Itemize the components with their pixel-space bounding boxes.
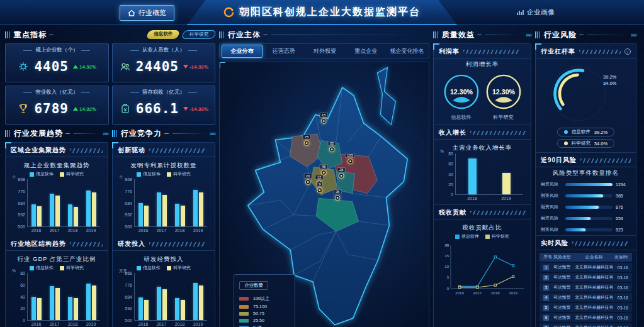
section-bars-icon bbox=[5, 31, 11, 38]
quality-title: 质量效益 bbox=[442, 30, 482, 40]
more-arrows-icon[interactable] bbox=[631, 31, 636, 38]
map-legend-item-2: 50-75 bbox=[239, 311, 290, 316]
map-marker-36[interactable]: 36 bbox=[334, 189, 342, 201]
table-row[interactable]: 6司法预警北京启科卓越科技有限公司03-16 bbox=[539, 313, 632, 322]
map-exclave[interactable] bbox=[377, 67, 395, 125]
kpi-card-enterprises[interactable]: 规上企业数（个） 4405 14.32% bbox=[5, 43, 109, 82]
title-banner: 朝阳区科创规上企业大数据监测平台 bbox=[187, 0, 458, 25]
tab-3[interactable]: 重点企业 bbox=[346, 45, 386, 57]
map-pin-icon bbox=[339, 173, 344, 179]
profit-gauges: 利润增长率12.30%信息软件12.30%科学研究 bbox=[434, 60, 531, 125]
subsection-title: 行业地区结构趋势 bbox=[11, 240, 66, 248]
revenue-growth-section: 收入增长 主营业务收入增长率%80604020020182019 bbox=[434, 125, 531, 204]
rank-row-3[interactable]: 融资风险653 bbox=[536, 213, 636, 224]
map-marker-35[interactable]: 35 bbox=[328, 141, 336, 152]
map-marker-105[interactable]: 105 bbox=[345, 153, 355, 164]
rank-row-2[interactable]: 融资风险876 bbox=[536, 201, 636, 213]
leverage-section: 行业杠杆率 i 39.2%34.0%信息软件39.2%科学研究34.0% bbox=[536, 44, 636, 152]
table-row[interactable]: 7司法预警北京启科卓越科技有限公司03-16 bbox=[539, 323, 632, 327]
tab-2[interactable]: 对外投资 bbox=[305, 45, 344, 57]
kpi-delta: -14.32% bbox=[183, 106, 208, 112]
map-marker-20[interactable]: 20 bbox=[304, 174, 312, 185]
bar-group-2017 bbox=[50, 179, 60, 226]
rank-row-1[interactable]: 融资风险988 bbox=[536, 190, 636, 201]
risk-header: 行业风险 bbox=[535, 29, 636, 40]
dashboard: 行业概览 朝阳区科创规上企业大数据监测平台 企业画像 重点指标 信息软件科学研究… bbox=[0, 0, 644, 327]
tax-icon bbox=[119, 103, 132, 115]
nav-industry-overview[interactable]: 行业概览 bbox=[120, 5, 174, 21]
badge-1[interactable]: 科学研究 bbox=[181, 30, 217, 39]
gauge-0[interactable]: 12.30%信息软件 bbox=[442, 72, 481, 121]
svg-text:5: 5 bbox=[447, 275, 449, 279]
rank-row-0[interactable]: 融资风险1234 bbox=[536, 179, 636, 190]
bar-chart-icon bbox=[516, 9, 524, 16]
bar-group-2016 bbox=[138, 273, 149, 320]
rank-row-4[interactable]: 融资风险523 bbox=[536, 224, 636, 235]
industry-main-header: 行业主体 bbox=[219, 29, 429, 40]
competitiveness-panel: 创新驱动 发明专利累计授权数量信息软件科学研究个8687766845925002… bbox=[112, 142, 215, 327]
table-row[interactable]: 3司法预警北京启科卓越科技有限公司03-16 bbox=[539, 283, 632, 292]
map-marker-75[interactable]: 75 bbox=[303, 135, 311, 146]
map-marker-15[interactable]: 15 bbox=[320, 113, 328, 124]
home-icon bbox=[128, 9, 135, 17]
map-marker-48[interactable]: 48 bbox=[320, 164, 328, 175]
chart-patents: 发明专利累计授权数量信息软件科学研究个868776684592500201620… bbox=[113, 157, 215, 236]
more-arrows-icon[interactable] bbox=[103, 130, 108, 137]
info-icon[interactable]: i bbox=[624, 48, 631, 55]
page-title: 朝阳区科创规上企业大数据监测平台 bbox=[239, 6, 421, 19]
risk-title: 行业风险 bbox=[544, 30, 584, 40]
subsection-title: 行业杠杆率 bbox=[541, 47, 575, 56]
badge-0[interactable]: 信息软件 bbox=[146, 30, 181, 39]
svg-text:34.0%: 34.0% bbox=[603, 80, 617, 86]
industry-trend-panel: 区域企业集聚趋势 规上企业数量集聚趋势信息软件科学研究个868776684592… bbox=[5, 142, 108, 327]
bar-group-2017 bbox=[157, 273, 167, 320]
tax-contribution-section: 税收贡献 税收贡献占比信息软件科学研究%20151050201620172018… bbox=[434, 204, 531, 300]
tab-0[interactable]: 企业分布 bbox=[222, 45, 263, 58]
svg-text:20: 20 bbox=[444, 243, 449, 247]
bar-group-2019 bbox=[193, 273, 203, 320]
bar-group-2016 bbox=[31, 273, 42, 320]
bar-group-2018 bbox=[68, 273, 78, 320]
tab-4[interactable]: 规企变化排名 bbox=[387, 45, 427, 57]
dashboard-body: 重点指标 信息软件科学研究 规上企业数（个） 4405 14.32% 从业人员数… bbox=[0, 25, 644, 327]
table-row[interactable]: 2司法预警北京启科卓越科技有限公司03-16 bbox=[539, 273, 632, 282]
section-bars-icon bbox=[433, 31, 439, 38]
map-marker-28[interactable]: 28 bbox=[337, 167, 346, 179]
chart-agglomeration: 规上企业数量集聚趋势信息软件科学研究个868776684592500201620… bbox=[6, 157, 108, 236]
nav-enterprise-portrait[interactable]: 企业画像 bbox=[509, 5, 562, 19]
table-row[interactable]: 5司法预警北京启科卓越科技有限公司03-16 bbox=[539, 303, 632, 312]
kpi-label: 留存税收（亿元） bbox=[116, 89, 212, 96]
kpi-card-tax[interactable]: 留存税收（亿元） 666.1 -14.32% bbox=[112, 86, 216, 125]
tab-1[interactable]: 运营态势 bbox=[264, 45, 303, 57]
subsection-title: 利润率 bbox=[439, 47, 460, 56]
bar-group-2016 bbox=[31, 179, 42, 226]
kpi-card-revenue[interactable]: 营业收入（亿元） 6789 14.32% bbox=[5, 86, 109, 125]
competitiveness-column: 行业竞争力 创新驱动 发明专利累计授权数量信息软件科学研究个8687766845… bbox=[112, 128, 215, 327]
svg-text:10: 10 bbox=[444, 264, 449, 269]
kpi-label: 营业收入（亿元） bbox=[9, 89, 105, 96]
map-marker-9[interactable]: 9 bbox=[317, 182, 322, 193]
kpi-cards: 规上企业数（个） 4405 14.32% 从业人员数（人） 24405 -14.… bbox=[5, 43, 215, 125]
subsection-title: 实时风险 bbox=[541, 239, 568, 248]
section-bars-icon bbox=[5, 130, 11, 137]
kpi-delta: 14.32% bbox=[73, 64, 96, 70]
bar-group-2019 bbox=[502, 153, 511, 194]
svg-text:2018: 2018 bbox=[491, 291, 500, 295]
more-arrows-icon[interactable] bbox=[210, 130, 215, 137]
donut-legend-0[interactable]: 信息软件39.2% bbox=[557, 128, 614, 136]
table-row[interactable]: 4司法预警北京启科卓越科技有限公司03-16 bbox=[539, 293, 632, 302]
subsection-header: 研发投入 bbox=[113, 236, 215, 251]
gauge-1[interactable]: 12.30%科学研究 bbox=[484, 72, 523, 121]
risk-column: 行业风险 行业杠杆率 i 39.2%34.0%信息软件39.2%科学研究34.0… bbox=[535, 29, 636, 327]
more-arrows-icon[interactable] bbox=[526, 31, 531, 38]
kpi-value: 666.1 bbox=[136, 101, 179, 116]
kpi-value: 4405 bbox=[34, 59, 69, 74]
kpi-card-employees[interactable]: 从业人员数（人） 24405 -14.32% bbox=[112, 43, 216, 82]
risk-90d-section: 近90日风险 风险类型事件数量排名融资风险1234融资风险988融资风险876融… bbox=[536, 152, 636, 235]
gear-icon bbox=[17, 60, 30, 73]
table-row[interactable]: 1司法预警北京启科卓越科技有限公司03-16 bbox=[539, 263, 632, 272]
map-column: 行业主体 企业分布运营态势对外投资重点企业规企变化排名 bbox=[219, 29, 429, 327]
map-legend-item-3: 25-50 bbox=[239, 318, 290, 323]
donut-legend-1[interactable]: 科学研究34.0% bbox=[557, 139, 614, 148]
map-legend-item-0: 100以上 bbox=[239, 296, 290, 302]
